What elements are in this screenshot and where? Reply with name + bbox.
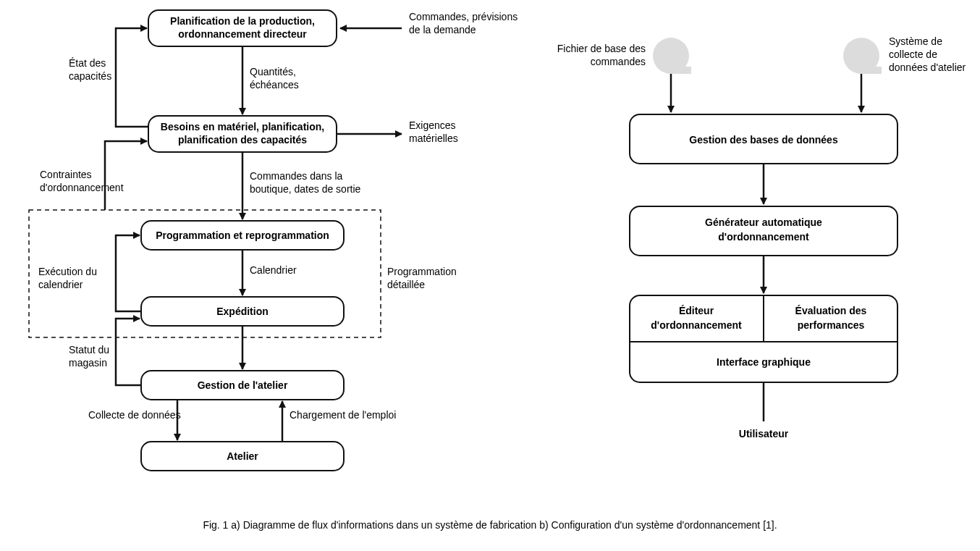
n3-line1: Programmation et reprogrammation <box>156 230 329 241</box>
l-collecte: Collecte de données <box>88 409 181 421</box>
l-exec-2: calendrier <box>38 279 83 290</box>
svg-text:Commandes, prévisions: Commandes, prévisions <box>409 11 518 22</box>
svg-text:Chargement de l'emploi: Chargement de l'emploi <box>290 409 396 421</box>
svg-text:Évaluation des: Évaluation des <box>795 305 867 316</box>
l-fichier-1: Fichier de base des <box>557 43 646 54</box>
svg-text:collecte de: collecte de <box>889 49 937 60</box>
l-systeme-1: Système de <box>889 35 942 47</box>
r3a-line2: d'ordonnancement <box>651 319 742 331</box>
l-quant-2: échéances <box>250 79 299 91</box>
l-commandes-2: de la demande <box>409 24 476 35</box>
n1-line2: ordonnancement directeur <box>178 28 307 40</box>
l-etat-2: capacités <box>69 70 111 82</box>
svg-text:Atelier: Atelier <box>227 450 258 462</box>
svg-text:Éditeur: Éditeur <box>679 305 714 316</box>
l-charge: Chargement de l'emploi <box>290 409 396 421</box>
svg-text:boutique, dates de sortie: boutique, dates de sortie <box>250 183 361 195</box>
caption-text: Fig. 1 a) Diagramme de flux d'informatio… <box>203 519 777 531</box>
svg-text:performances: performances <box>798 319 865 331</box>
l-statut-1: Statut du <box>69 344 109 356</box>
l-contraintes-1: Contraintes <box>40 169 92 180</box>
svg-text:capacités: capacités <box>69 70 111 82</box>
diagram-svg: Planification de la production, ordonnan… <box>0 0 980 551</box>
svg-text:Besoins en matériel, planifica: Besoins en matériel, planification, <box>161 121 324 133</box>
svg-text:calendrier: calendrier <box>38 279 83 290</box>
arrow-contraintes <box>105 141 147 210</box>
r3a-line1: Éditeur <box>679 305 714 316</box>
svg-text:Contraintes: Contraintes <box>40 169 92 180</box>
svg-text:Interface graphique: Interface graphique <box>717 356 811 368</box>
r1-line1: Gestion des bases de données <box>689 134 838 146</box>
svg-text:Utilisateur: Utilisateur <box>739 428 789 439</box>
svg-text:Système de: Système de <box>889 35 942 47</box>
svg-rect-34 <box>861 67 882 74</box>
svg-text:Gestion des bases de données: Gestion des bases de données <box>689 134 838 146</box>
l-exig-1: Exigences <box>409 119 456 131</box>
l-commandes-1: Commandes, prévisions <box>409 11 518 22</box>
l-systeme-2: collecte de <box>889 49 937 60</box>
svg-text:État des: État des <box>69 57 106 69</box>
svg-text:données d'atelier: données d'atelier <box>889 62 966 73</box>
svg-text:Programmation: Programmation <box>387 266 457 277</box>
svg-text:Quantités,: Quantités, <box>250 66 296 77</box>
l-contraintes-2: d'ordonnancement <box>40 182 124 193</box>
l-boutique-2: boutique, dates de sortie <box>250 183 361 195</box>
svg-text:Générateur automatique: Générateur automatique <box>705 216 822 228</box>
r3c-line1: Interface graphique <box>717 356 811 368</box>
l-prog-2: détaillée <box>387 279 425 290</box>
svg-text:d'ordonnancement: d'ordonnancement <box>651 319 742 331</box>
svg-text:Expédition: Expédition <box>216 306 269 317</box>
svg-text:Exécution du: Exécution du <box>38 266 97 277</box>
svg-text:Exigences: Exigences <box>409 119 456 131</box>
r3b-line2: performances <box>798 319 865 331</box>
svg-text:échéances: échéances <box>250 79 299 91</box>
svg-text:détaillée: détaillée <box>387 279 425 290</box>
svg-text:commandes: commandes <box>591 56 646 67</box>
svg-text:Gestion de l'atelier: Gestion de l'atelier <box>198 379 288 391</box>
l-systeme-3: données d'atelier <box>889 62 966 73</box>
svg-text:Collecte de données: Collecte de données <box>88 409 181 421</box>
figure-caption: Fig. 1 a) Diagramme de flux d'informatio… <box>203 519 777 531</box>
svg-text:d'ordonnancement: d'ordonnancement <box>718 231 809 243</box>
svg-text:magasin: magasin <box>69 357 107 369</box>
arrow-statut <box>116 319 141 385</box>
user-label: Utilisateur <box>739 428 789 439</box>
l-statut-2: magasin <box>69 357 107 369</box>
svg-text:planification des capacités: planification des capacités <box>178 134 307 146</box>
l-cal: Calendrier <box>250 264 297 276</box>
r2-line2: d'ordonnancement <box>718 231 809 243</box>
n5-line1: Gestion de l'atelier <box>198 379 288 391</box>
svg-text:Fichier de base des: Fichier de base des <box>557 43 646 54</box>
svg-text:de la demande: de la demande <box>409 24 476 35</box>
svg-text:Commandes dans la: Commandes dans la <box>250 170 343 182</box>
svg-text:matérielles: matérielles <box>409 133 458 144</box>
svg-text:Statut du: Statut du <box>69 344 109 356</box>
arrow-exec <box>116 235 141 311</box>
n2-line1: Besoins en matériel, planification, <box>161 121 324 133</box>
l-etat-1: État des <box>69 57 106 69</box>
l-exig-2: matérielles <box>409 133 458 144</box>
svg-text:Programmation et reprogrammati: Programmation et reprogrammation <box>156 230 329 241</box>
svg-text:Calendrier: Calendrier <box>250 264 297 276</box>
svg-rect-30 <box>671 67 691 74</box>
l-quant-1: Quantités, <box>250 66 296 77</box>
r3b-line1: Évaluation des <box>795 305 867 316</box>
tape-icon-right <box>843 38 882 74</box>
svg-text:d'ordonnancement: d'ordonnancement <box>40 182 124 193</box>
n4-line1: Expédition <box>216 306 269 317</box>
r2-line1: Générateur automatique <box>705 216 822 228</box>
arrow-etat <box>116 28 148 127</box>
l-prog-1: Programmation <box>387 266 457 277</box>
l-fichier-2: commandes <box>591 56 646 67</box>
tape-icon-left <box>653 38 691 74</box>
svg-text:Planification de la production: Planification de la production, <box>170 15 315 27</box>
l-boutique-1: Commandes dans la <box>250 170 343 182</box>
n6-line1: Atelier <box>227 450 258 462</box>
n1-line1: Planification de la production, <box>170 15 315 27</box>
svg-text:ordonnancement directeur: ordonnancement directeur <box>178 28 307 40</box>
n2-line2: planification des capacités <box>178 134 307 146</box>
l-exec-1: Exécution du <box>38 266 97 277</box>
